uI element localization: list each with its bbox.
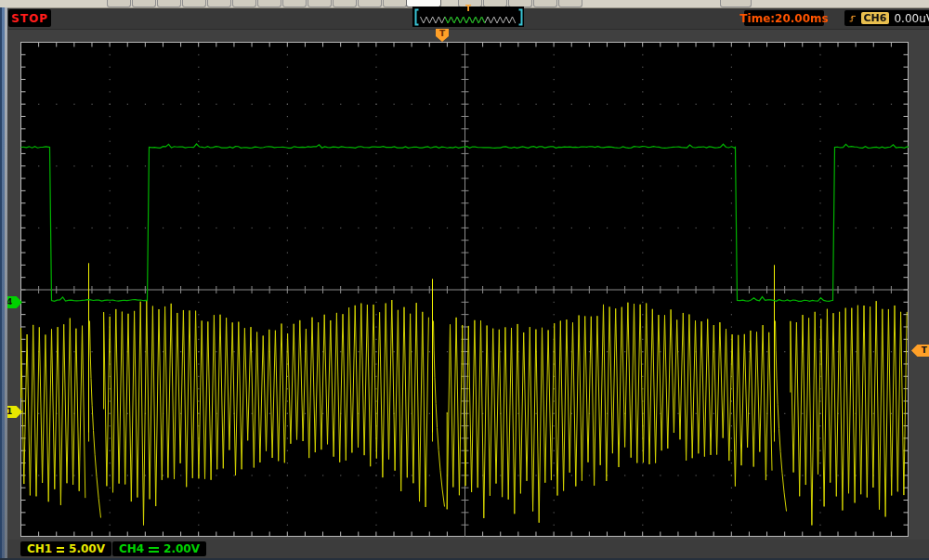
preview-trigger-t-label: T [465, 5, 471, 13]
toolbar-button[interactable] [257, 0, 281, 7]
run-state-label: STOP [11, 12, 48, 25]
toolbar-button[interactable] [358, 0, 382, 7]
ch4-label: CH4 [119, 542, 144, 555]
trigger-position-strip [0, 30, 929, 42]
toolbar-button[interactable] [182, 0, 206, 7]
toolbar-button[interactable] [333, 0, 357, 7]
ch4-scale-box[interactable]: CH4 2.00V [112, 541, 206, 556]
toolbar-button[interactable] [157, 0, 181, 7]
ch1-scale-value: 5.00V [69, 542, 105, 555]
toolbar-button[interactable] [132, 0, 156, 7]
status-bar-top: STOP T Time:20.00ms CH6 0.00uV [0, 8, 929, 30]
toolbar-button[interactable] [383, 0, 407, 7]
timebase-box: Time:20.00ms [744, 10, 824, 26]
trigger-level-marker[interactable]: T [911, 345, 929, 357]
trigger-preview[interactable]: T [412, 7, 524, 27]
toolbar-button[interactable] [720, 0, 752, 7]
ch4-scale-value: 2.00V [164, 542, 200, 555]
toolbar-button[interactable] [107, 0, 131, 7]
toolbar-button[interactable] [307, 0, 332, 7]
toolbar-button[interactable] [282, 0, 307, 7]
dc-coupling-icon [57, 547, 64, 553]
oscilloscope-app: STOP T Time:20.00ms CH6 0.00uV T 4 1 T C… [0, 0, 929, 560]
toolbar-button[interactable] [232, 0, 256, 7]
dc-coupling-icon [149, 547, 159, 553]
trigger-level-value: 0.00uV [894, 12, 929, 25]
rising-edge-icon [849, 12, 857, 25]
toolbar-button[interactable] [207, 0, 231, 7]
toolbar-button[interactable] [558, 0, 582, 7]
trigger-source-badge: CH6 [861, 12, 890, 24]
status-bar-bottom: CH1 5.00V CH4 2.00V [0, 540, 929, 558]
run-state-box[interactable]: STOP [8, 9, 51, 27]
timebase-label: Time:20.00ms [739, 12, 828, 25]
scope-display [20, 42, 909, 537]
ch1-scale-box[interactable]: CH1 5.00V [20, 541, 111, 556]
trigger-info-box: CH6 0.00uV [844, 10, 929, 26]
window-edge [5, 7, 7, 560]
toolbar-button[interactable] [533, 0, 557, 7]
ch1-label: CH1 [27, 542, 52, 555]
